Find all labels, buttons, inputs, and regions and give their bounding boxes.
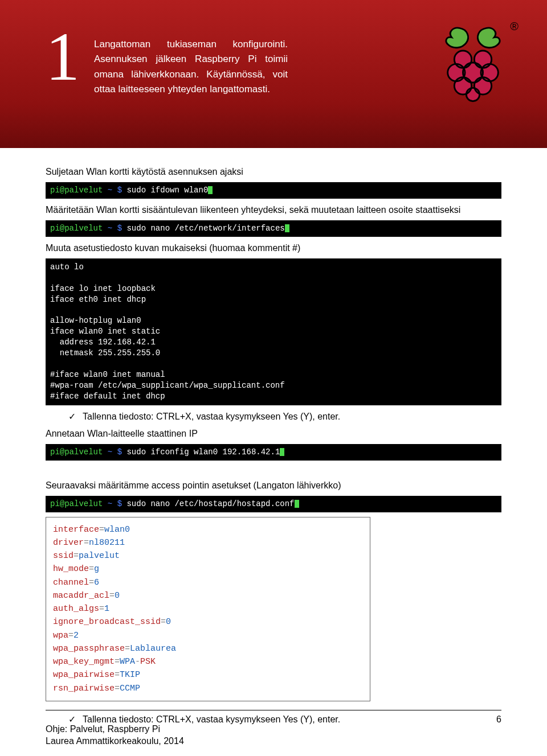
config-line: driver=nl80211: [53, 536, 363, 549]
footer-line1: Ohje: Palvelut, Raspberry Pi: [46, 724, 160, 734]
cursor-icon: [280, 448, 284, 456]
raspberry-pi-logo-icon: [439, 23, 507, 102]
header-banner: 1 Langattoman tukiaseman konfigurointi. …: [0, 0, 547, 148]
terminal-line: pi@palvelut ~ $ sudo ifdown wlan0: [46, 182, 501, 199]
prompt-path: ~ $: [108, 499, 122, 508]
config-line: ignore_broadcast_ssid=0: [53, 615, 363, 628]
config-line: channel=6: [53, 576, 363, 589]
config-line: macaddr_acl=0: [53, 589, 363, 602]
cursor-icon: [285, 224, 289, 232]
config-line: wpa_key_mgmt=WPA-PSK: [53, 655, 363, 668]
prompt-path: ~ $: [108, 224, 122, 233]
cursor-icon: [208, 186, 213, 194]
prompt-user: pi@palvelut: [50, 224, 103, 233]
command-text: sudo nano /etc/network/interfaces: [126, 224, 284, 233]
terminal-line: pi@palvelut ~ $ sudo ifconfig wlan0 192.…: [46, 444, 501, 461]
command-text: sudo ifdown wlan0: [126, 186, 208, 195]
terminal-line: pi@palvelut ~ $ sudo nano /etc/hostapd/h…: [46, 496, 501, 512]
config-line: wpa_passphrase=Lablaurea: [53, 642, 363, 655]
paragraph: Annetaan Wlan-laitteelle staattinen IP: [46, 427, 501, 441]
banner-description: Langattoman tukiaseman konfigurointi. As…: [94, 37, 288, 97]
command-text: sudo ifconfig wlan0 192.168.42.1: [126, 447, 280, 457]
terminal-line: pi@palvelut ~ $ sudo nano /etc/network/i…: [46, 220, 501, 237]
save-instruction: Tallenna tiedosto: CTRL+X, vastaa kysymy…: [46, 410, 501, 424]
prompt-user: pi@palvelut: [50, 447, 103, 457]
prompt-user: pi@palvelut: [50, 186, 103, 195]
config-line: wpa=2: [53, 629, 363, 642]
prompt-user: pi@palvelut: [50, 499, 103, 508]
command-text: sudo nano /etc/hostapd/hostapd.conf: [126, 499, 294, 508]
paragraph: Määritetään Wlan kortti sisääntulevan li…: [46, 203, 501, 217]
paragraph: Suljetaan Wlan kortti käytöstä asennukse…: [46, 165, 501, 179]
config-line: hw_mode=g: [53, 562, 363, 576]
hostapd-config-box: interface=wlan0driver=nl80211ssid=palvel…: [46, 517, 370, 701]
config-line: wpa_pairwise=TKIP: [53, 668, 363, 681]
config-line: interface=wlan0: [53, 523, 363, 536]
config-line: auth_algs=1: [53, 602, 363, 615]
config-line: ssid=palvelut: [53, 549, 363, 562]
footer-line2: Laurea Ammattikorkeakoulu, 2014: [46, 736, 184, 746]
prompt-path: ~ $: [108, 447, 122, 457]
config-line: rsn_pairwise=CCMP: [53, 682, 363, 695]
paragraph: Muuta asetustiedosto kuvan mukaiseksi (h…: [46, 241, 501, 255]
paragraph: Seuraavaksi määritämme access pointin as…: [46, 479, 501, 492]
footer-divider: [46, 710, 501, 710]
content-area: Suljetaan Wlan kortti käytöstä asennukse…: [0, 148, 547, 726]
step-number: 1: [46, 23, 80, 91]
prompt-path: ~ $: [108, 186, 122, 195]
registered-mark: ®: [510, 20, 519, 33]
footer-text: Ohje: Palvelut, Raspberry Pi Laurea Amma…: [46, 724, 184, 747]
interfaces-file-block: auto lo iface lo inet loopback iface eth…: [46, 258, 501, 405]
cursor-icon: [295, 500, 299, 508]
page-number: 6: [496, 714, 501, 725]
